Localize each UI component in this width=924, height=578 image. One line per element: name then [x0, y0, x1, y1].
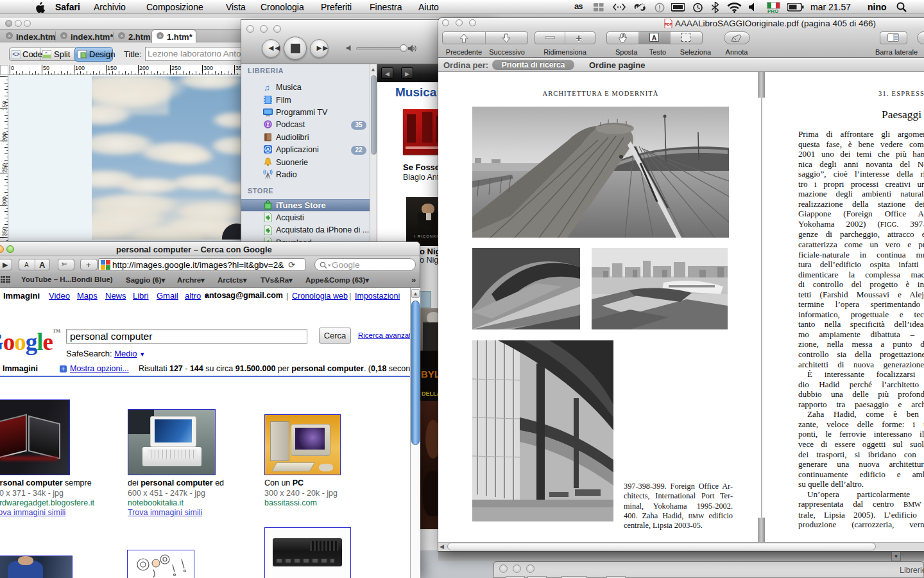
- svg-text:PDF: PDF: [665, 22, 672, 26]
- svg-text:<>: <>: [12, 51, 20, 58]
- svg-text:A: A: [266, 146, 270, 152]
